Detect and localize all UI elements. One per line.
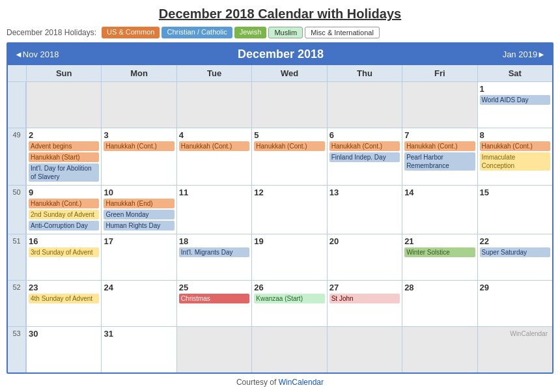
cell-dec5: 5 Hanukkah (Cont.) bbox=[251, 128, 326, 185]
cell-dec11: 11 bbox=[176, 186, 251, 234]
cal-week-4: 51 16 3rd Sunday of Advent 17 18 Int'l. … bbox=[8, 234, 552, 280]
cal-header-title: December 2018 bbox=[238, 48, 324, 61]
date-6: 6 bbox=[329, 130, 400, 140]
date-19: 19 bbox=[254, 236, 324, 246]
event-green-monday: Green Monday bbox=[104, 210, 174, 219]
day-name-fri: Fri bbox=[402, 65, 477, 81]
event-human-rights: Human Rights Day bbox=[104, 221, 174, 231]
badge-christian[interactable]: Christian / Catholic bbox=[161, 27, 232, 38]
cell-dec4: 4 Hanukkah (Cont.) bbox=[176, 128, 251, 185]
cell-dec18: 18 Int'l. Migrants Day bbox=[176, 234, 251, 280]
date-17: 17 bbox=[104, 236, 174, 246]
cell-dec17: 17 bbox=[101, 234, 176, 280]
event-hanukkah-cont-3: Hanukkah (Cont.) bbox=[104, 141, 174, 151]
event-st-john: St John bbox=[329, 294, 400, 303]
cell-dec30: 30 bbox=[26, 327, 101, 372]
week-num-header-cell bbox=[8, 65, 26, 81]
event-hanukkah-cont-8: Hanukkah (Cont.) bbox=[480, 141, 550, 151]
event-2nd-sunday-advent: 2nd Sunday of Advent bbox=[29, 210, 99, 219]
cell-dec2: 2 Advent begins Hanukkah (Start) Int'l. … bbox=[26, 128, 101, 185]
cell-jan3 bbox=[327, 327, 402, 372]
date-25: 25 bbox=[179, 283, 249, 292]
date-24: 24 bbox=[104, 283, 174, 292]
cell-dec23: 23 4th Sunday of Advent bbox=[26, 281, 101, 326]
event-hanukkah-cont-7: Hanukkah (Cont.) bbox=[404, 141, 475, 151]
date-29: 29 bbox=[480, 283, 550, 292]
event-super-saturday: Super Saturday bbox=[480, 247, 550, 257]
cell-dec25: 25 Christmas bbox=[176, 281, 251, 326]
date-28: 28 bbox=[404, 283, 475, 292]
date-5: 5 bbox=[254, 130, 324, 140]
cell-dec26: 26 Kwanzaa (Start) bbox=[251, 281, 326, 326]
next-month-nav[interactable]: Jan 2019► bbox=[503, 49, 546, 59]
prev-month-nav[interactable]: ◄Nov 2018 bbox=[14, 49, 59, 59]
cell-nov29 bbox=[327, 82, 402, 128]
cal-week-1: 1 World AIDS Day bbox=[8, 81, 552, 128]
cell-nov30 bbox=[402, 82, 477, 128]
footer: Courtesy of WinCalendar bbox=[7, 378, 553, 387]
date-31: 31 bbox=[104, 329, 174, 339]
date-30: 30 bbox=[29, 329, 99, 339]
event-hanukkah-cont-5: Hanukkah (Cont.) bbox=[254, 141, 324, 151]
cell-jan2 bbox=[251, 327, 326, 372]
legend-badges: US & Common Christian / Catholic Jewish … bbox=[102, 27, 380, 38]
week-num-49: 49 bbox=[8, 128, 26, 185]
event-pearl-harbor: Pearl Harbor Remembrance bbox=[404, 152, 475, 171]
cell-nov27 bbox=[176, 82, 251, 128]
week-num-51: 51 bbox=[8, 234, 26, 280]
day-name-thu: Thu bbox=[327, 65, 402, 81]
date-27: 27 bbox=[329, 283, 400, 292]
cell-jan5: WinCalendar bbox=[477, 327, 552, 372]
event-intl-abolition: Int'l. Day for Abolition of Slavery bbox=[29, 163, 99, 182]
day-name-sun: Sun bbox=[26, 65, 101, 81]
legend-label: December 2018 Holidays: bbox=[7, 28, 96, 37]
date-9: 9 bbox=[29, 188, 99, 197]
cell-dec16: 16 3rd Sunday of Advent bbox=[26, 234, 101, 280]
cell-dec12: 12 bbox=[251, 186, 326, 234]
cell-nov26 bbox=[101, 82, 176, 128]
date-22: 22 bbox=[480, 236, 550, 246]
cell-dec8: 8 Hanukkah (Cont.) Immaculate Conception bbox=[477, 128, 552, 185]
cell-dec1: 1 World AIDS Day bbox=[477, 82, 552, 128]
cell-dec21: 21 Winter Solstice bbox=[402, 234, 477, 280]
event-hanukkah-cont-6: Hanukkah (Cont.) bbox=[329, 141, 400, 151]
cell-dec24: 24 bbox=[101, 281, 176, 326]
cal-week-2: 49 2 Advent begins Hanukkah (Start) Int'… bbox=[8, 128, 552, 185]
event-4th-sunday-advent: 4th Sunday of Advent bbox=[29, 294, 99, 303]
event-hanukkah-start: Hanukkah (Start) bbox=[29, 152, 99, 162]
date-4: 4 bbox=[179, 130, 249, 140]
event-3rd-sunday-advent: 3rd Sunday of Advent bbox=[29, 247, 99, 257]
cell-dec14: 14 bbox=[402, 186, 477, 234]
cell-jan1 bbox=[176, 327, 251, 372]
watermark: WinCalendar bbox=[480, 329, 550, 339]
date-15: 15 bbox=[480, 188, 550, 197]
cell-dec3: 3 Hanukkah (Cont.) bbox=[101, 128, 176, 185]
week-num-53: 53 bbox=[8, 327, 26, 372]
badge-jewish[interactable]: Jewish bbox=[234, 27, 267, 38]
badge-misc[interactable]: Misc & International bbox=[305, 27, 380, 38]
badge-muslim[interactable]: Muslim bbox=[268, 27, 303, 38]
cell-nov28 bbox=[251, 82, 326, 128]
week-num-52: 52 bbox=[8, 281, 26, 326]
cal-body: 1 World AIDS Day 49 2 Advent begins Hanu… bbox=[8, 81, 552, 372]
event-hanukkah-cont-9: Hanukkah (Cont.) bbox=[29, 199, 99, 208]
date-11: 11 bbox=[179, 188, 249, 197]
event-finland-indep: Finland Indep. Day bbox=[329, 152, 400, 162]
event-winter-solstice: Winter Solstice bbox=[404, 247, 475, 257]
cell-nov25 bbox=[26, 82, 101, 128]
cell-jan4 bbox=[402, 327, 477, 372]
week-num-50: 50 bbox=[8, 186, 26, 234]
event-advent-begins: Advent begins bbox=[29, 141, 99, 151]
footer-link[interactable]: WinCalendar bbox=[279, 378, 324, 387]
day-name-tue: Tue bbox=[176, 65, 251, 81]
page-title: December 2018 Calendar with Holidays bbox=[7, 7, 553, 21]
cell-dec22: 22 Super Saturday bbox=[477, 234, 552, 280]
badge-us[interactable]: US & Common bbox=[102, 27, 160, 38]
legend-row: December 2018 Holidays: US & Common Chri… bbox=[7, 27, 553, 38]
date-13: 13 bbox=[329, 188, 400, 197]
event-anti-corruption: Anti-Corruption Day bbox=[29, 221, 99, 231]
cell-dec6: 6 Hanukkah (Cont.) Finland Indep. Day bbox=[327, 128, 402, 185]
day-name-mon: Mon bbox=[101, 65, 176, 81]
date-20: 20 bbox=[329, 236, 400, 246]
cell-dec7: 7 Hanukkah (Cont.) Pearl Harbor Remembra… bbox=[402, 128, 477, 185]
